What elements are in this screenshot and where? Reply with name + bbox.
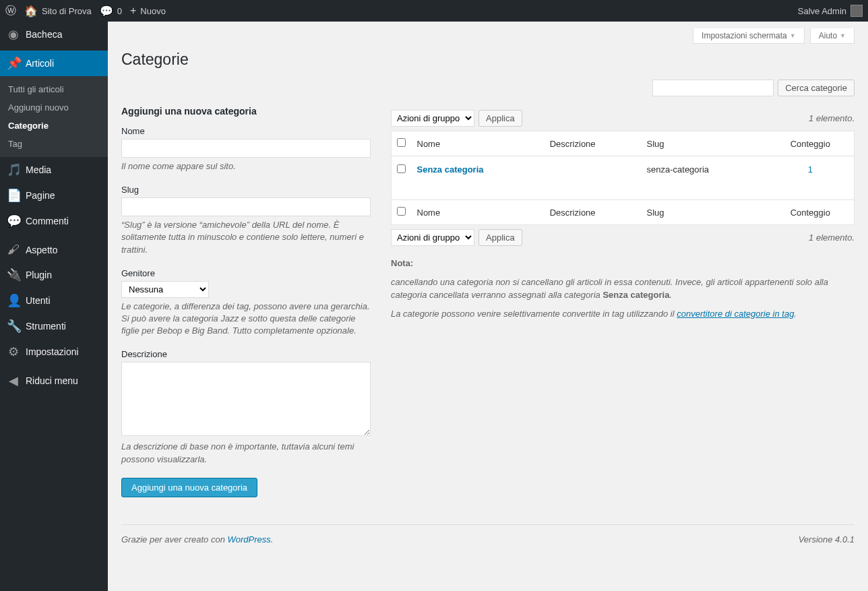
dashboard-icon: ◉ [7, 27, 20, 42]
avatar [850, 5, 863, 17]
user-icon: 👤 [7, 293, 20, 308]
plus-icon: + [130, 5, 136, 17]
chevron-down-icon: ▼ [790, 32, 796, 39]
menu-dashboard[interactable]: ◉Bacheca [0, 22, 108, 47]
account-link[interactable]: Salve Admin [798, 5, 863, 17]
submit-button[interactable]: Aggiungi una nuova categoria [121, 478, 257, 497]
row-desc [545, 156, 642, 200]
slug-input[interactable] [121, 197, 371, 216]
slug-help: “Slug” è la versione “amichevole” della … [121, 219, 371, 256]
item-count-bottom: 1 elemento. [809, 232, 855, 243]
add-category-form: Aggiungi una nuova categoria Nome Il nom… [121, 106, 371, 497]
menu-media[interactable]: 🎵Media [0, 157, 108, 183]
submenu-add-new[interactable]: Aggiungi nuovo [0, 98, 108, 117]
apply-button-top[interactable]: Applica [478, 110, 522, 127]
comment-icon: 💬 [100, 5, 113, 18]
menu-appearance[interactable]: 🖌Aspetto [0, 237, 108, 262]
categories-list: Azioni di gruppo Applica 1 elemento. Nom… [391, 106, 855, 497]
chevron-down-icon: ▼ [840, 32, 846, 39]
form-heading: Aggiungi una nuova categoria [121, 106, 371, 117]
site-name: Sito di Prova [42, 6, 92, 16]
name-input[interactable] [121, 139, 371, 158]
submenu-categories[interactable]: Categorie [0, 117, 108, 135]
name-help: Il nome come appare sul sito. [121, 160, 371, 173]
menu-pages[interactable]: 📄Pagine [0, 183, 108, 208]
screen-options-tab[interactable]: Impostazioni schermata▼ [693, 28, 805, 44]
search-input[interactable] [652, 80, 774, 96]
wordpress-link[interactable]: WordPress [228, 534, 271, 545]
sliders-icon: ⚙ [7, 344, 20, 359]
row-slug: senza-categoria [642, 156, 767, 200]
page-title: Categorie [121, 51, 855, 69]
name-label: Nome [121, 126, 371, 136]
note-heading: Nota: [391, 258, 413, 268]
bulk-action-select-bottom[interactable]: Azioni di gruppo [391, 229, 474, 246]
desc-textarea[interactable] [121, 362, 371, 436]
menu-posts[interactable]: 📌Articoli [0, 51, 108, 76]
bulk-action-select-top[interactable]: Azioni di gruppo [391, 110, 474, 127]
col-slug[interactable]: Slug [642, 131, 767, 156]
table-row: Senza categoria senza-categoria 1 [392, 156, 855, 200]
parent-help: Le categorie, a differenza dei tag, poss… [121, 301, 371, 338]
main-content: Impostazioni schermata▼ Aiuto▼ Categorie… [108, 22, 868, 591]
submenu-tags[interactable]: Tag [0, 135, 108, 153]
col-count[interactable]: Conteggio [767, 131, 855, 156]
select-all-top[interactable] [397, 138, 406, 147]
row-count-link[interactable]: 1 [808, 164, 813, 175]
categories-table: Nome Descrizione Slug Conteggio Senza ca… [391, 131, 855, 225]
wp-logo[interactable]: ⓦ [5, 4, 16, 18]
comments-count: 0 [117, 6, 122, 16]
col-desc[interactable]: Descrizione [545, 131, 642, 156]
desc-help: La descrizione di base non è importante,… [121, 441, 371, 465]
admin-sidebar: ◉Bacheca 📌Articoli Tutti gli articoli Ag… [0, 22, 108, 591]
new-link[interactable]: +Nuovo [130, 5, 166, 17]
wordpress-icon: ⓦ [5, 4, 16, 18]
site-link[interactable]: 🏠Sito di Prova [24, 5, 92, 18]
home-icon: 🏠 [24, 5, 38, 18]
menu-users[interactable]: 👤Utenti [0, 288, 108, 313]
menu-tools[interactable]: 🔧Strumenti [0, 313, 108, 339]
select-all-bottom[interactable] [397, 207, 406, 216]
pin-icon: 📌 [7, 56, 20, 71]
parent-label: Genitore [121, 268, 371, 278]
submenu-posts: Tutti gli articoli Aggiungi nuovo Catego… [0, 76, 108, 157]
greeting: Salve Admin [798, 6, 846, 16]
wrench-icon: 🔧 [7, 319, 20, 334]
desc-label: Descrizione [121, 349, 371, 359]
notes: Nota: cancellando una categoria non si c… [391, 257, 855, 320]
apply-button-bottom[interactable]: Applica [478, 229, 522, 246]
search-button[interactable]: Cerca categorie [778, 80, 855, 96]
col-name[interactable]: Nome [412, 131, 545, 156]
chevron-left-icon: ◀ [7, 373, 20, 388]
parent-select[interactable]: Nessuna [121, 281, 209, 298]
page-icon: 📄 [7, 188, 20, 203]
collapse-menu[interactable]: ◀Riduci menu [0, 368, 108, 394]
slug-label: Slug [121, 185, 371, 195]
menu-comments[interactable]: 💬Commenti [0, 208, 108, 234]
version-text: Versione 4.0.1 [799, 534, 855, 545]
comment-icon: 💬 [7, 214, 20, 228]
row-checkbox[interactable] [397, 164, 406, 173]
row-name-link[interactable]: Senza categoria [417, 164, 484, 175]
help-tab[interactable]: Aiuto▼ [810, 28, 855, 44]
new-label: Nuovo [140, 6, 166, 16]
plug-icon: 🔌 [7, 268, 20, 282]
brush-icon: 🖌 [7, 243, 20, 257]
submenu-all-posts[interactable]: Tutti gli articoli [0, 80, 108, 98]
converter-link[interactable]: convertitore di categorie in tag [677, 309, 794, 319]
menu-settings[interactable]: ⚙Impostazioni [0, 339, 108, 365]
menu-plugins[interactable]: 🔌Plugin [0, 262, 108, 288]
admin-toolbar: ⓦ 🏠Sito di Prova 💬0 +Nuovo Salve Admin [0, 0, 868, 22]
comments-link[interactable]: 💬0 [100, 5, 122, 18]
item-count-top: 1 elemento. [809, 113, 855, 123]
footer: Grazie per aver creato con WordPress. Ve… [121, 524, 855, 545]
media-icon: 🎵 [7, 162, 20, 177]
